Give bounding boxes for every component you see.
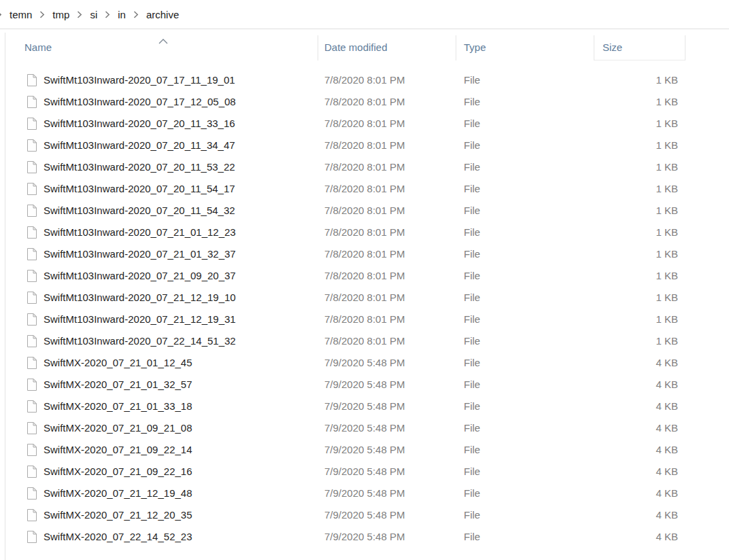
file-row[interactable]: SwiftMt103Inward-2020_07_17_12_05_087/8/… (0, 91, 729, 113)
file-icon (27, 226, 37, 239)
file-size: 4 KB (594, 504, 678, 526)
file-row[interactable]: SwiftMt103Inward-2020_07_20_11_54_177/8/… (0, 178, 729, 200)
file-type: File (464, 417, 480, 439)
file-size: 1 KB (594, 330, 678, 352)
file-date-modified: 7/9/2020 5:48 PM (324, 439, 405, 461)
file-date-modified: 7/9/2020 5:48 PM (324, 526, 405, 548)
file-row[interactable]: SwiftMX-2020_07_21_01_32_577/9/2020 5:48… (0, 374, 729, 396)
file-size: 4 KB (594, 483, 678, 504)
file-date-modified: 7/9/2020 5:48 PM (324, 374, 405, 396)
breadcrumb-chevron-icon[interactable] (0, 11, 2, 18)
file-row[interactable]: SwiftMX-2020_07_21_01_12_457/9/2020 5:48… (0, 352, 729, 374)
header-underline (594, 60, 685, 60)
file-icon (27, 313, 37, 326)
file-row[interactable]: SwiftMX-2020_07_21_09_21_087/9/2020 5:48… (0, 417, 729, 439)
file-name: SwiftMt103Inward-2020_07_21_09_20_37 (44, 265, 236, 287)
breadcrumb-item[interactable]: in (118, 9, 126, 20)
file-row[interactable]: SwiftMt103Inward-2020_07_20_11_33_167/8/… (0, 113, 729, 135)
file-row[interactable]: SwiftMX-2020_07_22_14_52_237/9/2020 5:48… (0, 526, 729, 548)
file-row[interactable]: SwiftMt103Inward-2020_07_21_12_19_107/8/… (0, 287, 729, 309)
file-name: SwiftMt103Inward-2020_07_20_11_54_17 (44, 178, 235, 200)
file-name: SwiftMt103Inward-2020_07_21_01_32_37 (44, 243, 236, 265)
file-list: SwiftMt103Inward-2020_07_17_11_19_017/8/… (0, 69, 729, 548)
file-row[interactable]: SwiftMt103Inward-2020_07_21_01_12_237/8/… (0, 222, 729, 243)
file-name: SwiftMX-2020_07_22_14_52_23 (44, 526, 192, 548)
file-icon (27, 269, 37, 283)
file-type: File (464, 439, 480, 461)
file-name: SwiftMt103Inward-2020_07_22_14_51_32 (44, 330, 236, 352)
file-icon (27, 117, 37, 130)
file-type: File (464, 156, 480, 178)
breadcrumb-item[interactable]: archive (146, 9, 179, 20)
file-row[interactable]: SwiftMX-2020_07_21_09_22_167/9/2020 5:48… (0, 461, 729, 483)
file-type: File (464, 243, 480, 265)
column-resize-handle[interactable] (318, 35, 318, 60)
file-date-modified: 7/8/2020 8:01 PM (324, 200, 405, 222)
file-size: 1 KB (594, 243, 678, 265)
file-name: SwiftMt103Inward-2020_07_21_12_19_31 (44, 309, 236, 330)
breadcrumb-chevron-icon[interactable] (133, 11, 139, 18)
file-row[interactable]: SwiftMt103Inward-2020_07_20_11_34_477/8/… (0, 135, 729, 156)
file-name: SwiftMt103Inward-2020_07_21_12_19_10 (44, 287, 236, 309)
file-type: File (464, 374, 480, 396)
file-row[interactable]: SwiftMX-2020_07_21_12_19_487/9/2020 5:48… (0, 483, 729, 504)
file-date-modified: 7/8/2020 8:01 PM (324, 330, 405, 352)
file-date-modified: 7/8/2020 8:01 PM (324, 91, 405, 113)
file-name: SwiftMt103Inward-2020_07_17_11_19_01 (44, 69, 235, 91)
breadcrumb-chevron-icon[interactable] (39, 11, 45, 18)
file-size: 4 KB (594, 526, 678, 548)
breadcrumb-chevron-icon[interactable] (105, 11, 110, 18)
file-date-modified: 7/8/2020 8:01 PM (324, 156, 405, 178)
breadcrumb-chevron-icon[interactable] (77, 11, 82, 18)
file-size: 4 KB (594, 417, 678, 439)
file-name: SwiftMX-2020_07_21_09_22_14 (44, 439, 192, 461)
file-type: File (464, 461, 480, 483)
column-resize-handle[interactable] (594, 35, 594, 60)
file-date-modified: 7/8/2020 8:01 PM (324, 287, 405, 309)
file-icon (27, 400, 37, 413)
file-size: 1 KB (594, 287, 678, 309)
file-row[interactable]: SwiftMt103Inward-2020_07_21_12_19_317/8/… (0, 309, 729, 330)
file-type: File (464, 352, 480, 374)
file-size: 1 KB (594, 156, 678, 178)
file-type: File (464, 135, 480, 156)
column-header-date-modified[interactable]: Date modified (324, 34, 388, 61)
file-row[interactable]: SwiftMt103Inward-2020_07_20_11_53_227/8/… (0, 156, 729, 178)
file-row[interactable]: SwiftMt103Inward-2020_07_21_09_20_377/8/… (0, 265, 729, 287)
sort-ascending-icon (158, 35, 168, 40)
file-icon (27, 139, 37, 152)
file-row[interactable]: SwiftMt103Inward-2020_07_20_11_54_327/8/… (0, 200, 729, 222)
file-name: SwiftMX-2020_07_21_01_12_45 (44, 352, 192, 374)
breadcrumb-item[interactable]: si (90, 9, 97, 20)
breadcrumb-item[interactable]: temn (10, 9, 32, 20)
file-row[interactable]: SwiftMt103Inward-2020_07_21_01_32_377/8/… (0, 243, 729, 265)
file-type: File (464, 222, 480, 243)
file-type: File (464, 309, 480, 330)
file-date-modified: 7/8/2020 8:01 PM (324, 309, 405, 330)
column-resize-handle[interactable] (456, 35, 456, 60)
file-row[interactable]: SwiftMX-2020_07_21_12_20_357/9/2020 5:48… (0, 504, 729, 526)
file-type: File (464, 91, 480, 113)
column-header-size[interactable]: Size (603, 34, 622, 61)
file-date-modified: 7/8/2020 8:01 PM (324, 178, 405, 200)
file-size: 4 KB (594, 396, 678, 417)
breadcrumb-item[interactable]: tmp (52, 9, 69, 20)
file-name: SwiftMt103Inward-2020_07_20_11_34_47 (44, 135, 235, 156)
file-row[interactable]: SwiftMX-2020_07_21_09_22_147/9/2020 5:48… (0, 439, 729, 461)
file-date-modified: 7/9/2020 5:48 PM (324, 483, 405, 504)
file-size: 1 KB (594, 200, 678, 222)
file-row[interactable]: SwiftMX-2020_07_21_01_33_187/9/2020 5:48… (0, 396, 729, 417)
file-row[interactable]: SwiftMt103Inward-2020_07_17_11_19_017/8/… (0, 69, 729, 91)
file-type: File (464, 200, 480, 222)
file-size: 4 KB (594, 439, 678, 461)
file-size: 1 KB (594, 91, 678, 113)
file-date-modified: 7/9/2020 5:48 PM (324, 461, 405, 483)
file-name: SwiftMt103Inward-2020_07_17_12_05_08 (44, 91, 236, 113)
address-bar[interactable]: temntmpsiinarchive (0, 0, 729, 29)
file-size: 1 KB (594, 135, 678, 156)
column-header-type[interactable]: Type (464, 34, 486, 61)
file-row[interactable]: SwiftMt103Inward-2020_07_22_14_51_327/8/… (0, 330, 729, 352)
column-header-name[interactable]: Name (24, 34, 52, 61)
column-resize-handle[interactable] (685, 35, 685, 60)
file-size: 4 KB (594, 352, 678, 374)
